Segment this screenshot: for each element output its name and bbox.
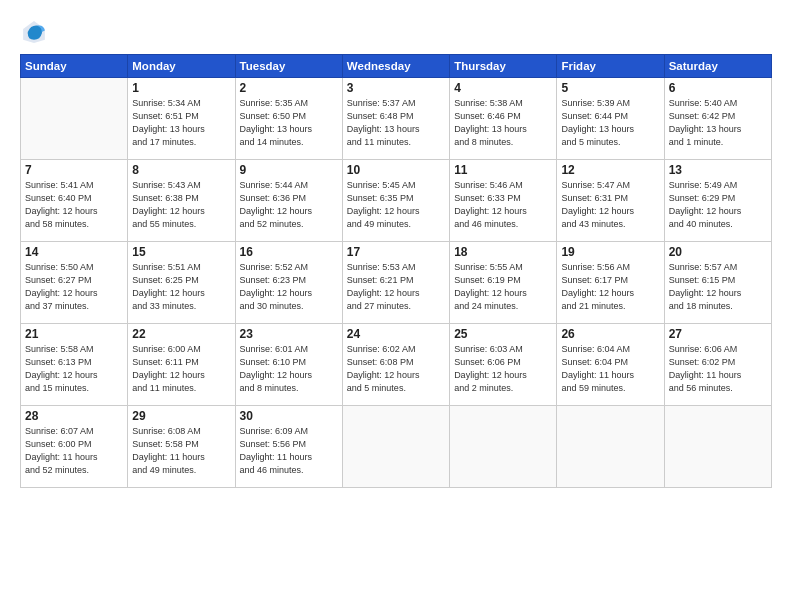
day-number: 23 <box>240 327 338 341</box>
calendar-cell: 29Sunrise: 6:08 AM Sunset: 5:58 PM Dayli… <box>128 406 235 488</box>
calendar-table: SundayMondayTuesdayWednesdayThursdayFrid… <box>20 54 772 488</box>
day-info: Sunrise: 5:35 AM Sunset: 6:50 PM Dayligh… <box>240 97 338 149</box>
day-info: Sunrise: 5:40 AM Sunset: 6:42 PM Dayligh… <box>669 97 767 149</box>
day-number: 7 <box>25 163 123 177</box>
calendar-cell: 17Sunrise: 5:53 AM Sunset: 6:21 PM Dayli… <box>342 242 449 324</box>
day-info: Sunrise: 5:39 AM Sunset: 6:44 PM Dayligh… <box>561 97 659 149</box>
calendar-cell: 7Sunrise: 5:41 AM Sunset: 6:40 PM Daylig… <box>21 160 128 242</box>
calendar-cell: 19Sunrise: 5:56 AM Sunset: 6:17 PM Dayli… <box>557 242 664 324</box>
day-number: 20 <box>669 245 767 259</box>
weekday-header-tuesday: Tuesday <box>235 55 342 78</box>
day-info: Sunrise: 5:53 AM Sunset: 6:21 PM Dayligh… <box>347 261 445 313</box>
week-row-2: 7Sunrise: 5:41 AM Sunset: 6:40 PM Daylig… <box>21 160 772 242</box>
calendar-cell: 22Sunrise: 6:00 AM Sunset: 6:11 PM Dayli… <box>128 324 235 406</box>
calendar-cell: 26Sunrise: 6:04 AM Sunset: 6:04 PM Dayli… <box>557 324 664 406</box>
day-info: Sunrise: 5:52 AM Sunset: 6:23 PM Dayligh… <box>240 261 338 313</box>
day-info: Sunrise: 6:08 AM Sunset: 5:58 PM Dayligh… <box>132 425 230 477</box>
day-info: Sunrise: 5:34 AM Sunset: 6:51 PM Dayligh… <box>132 97 230 149</box>
day-number: 14 <box>25 245 123 259</box>
calendar-cell: 23Sunrise: 6:01 AM Sunset: 6:10 PM Dayli… <box>235 324 342 406</box>
day-info: Sunrise: 6:00 AM Sunset: 6:11 PM Dayligh… <box>132 343 230 395</box>
day-info: Sunrise: 5:49 AM Sunset: 6:29 PM Dayligh… <box>669 179 767 231</box>
day-number: 10 <box>347 163 445 177</box>
calendar-cell <box>664 406 771 488</box>
day-number: 6 <box>669 81 767 95</box>
calendar-cell: 5Sunrise: 5:39 AM Sunset: 6:44 PM Daylig… <box>557 78 664 160</box>
calendar-cell <box>450 406 557 488</box>
day-info: Sunrise: 5:47 AM Sunset: 6:31 PM Dayligh… <box>561 179 659 231</box>
day-number: 22 <box>132 327 230 341</box>
day-info: Sunrise: 5:56 AM Sunset: 6:17 PM Dayligh… <box>561 261 659 313</box>
day-number: 17 <box>347 245 445 259</box>
day-info: Sunrise: 6:06 AM Sunset: 6:02 PM Dayligh… <box>669 343 767 395</box>
calendar-cell: 20Sunrise: 5:57 AM Sunset: 6:15 PM Dayli… <box>664 242 771 324</box>
day-number: 29 <box>132 409 230 423</box>
weekday-header-friday: Friday <box>557 55 664 78</box>
weekday-header-row: SundayMondayTuesdayWednesdayThursdayFrid… <box>21 55 772 78</box>
weekday-header-saturday: Saturday <box>664 55 771 78</box>
day-number: 27 <box>669 327 767 341</box>
calendar-cell: 27Sunrise: 6:06 AM Sunset: 6:02 PM Dayli… <box>664 324 771 406</box>
day-info: Sunrise: 6:07 AM Sunset: 6:00 PM Dayligh… <box>25 425 123 477</box>
calendar-cell: 24Sunrise: 6:02 AM Sunset: 6:08 PM Dayli… <box>342 324 449 406</box>
day-info: Sunrise: 6:01 AM Sunset: 6:10 PM Dayligh… <box>240 343 338 395</box>
weekday-header-monday: Monday <box>128 55 235 78</box>
calendar-cell: 15Sunrise: 5:51 AM Sunset: 6:25 PM Dayli… <box>128 242 235 324</box>
day-number: 26 <box>561 327 659 341</box>
calendar-cell: 30Sunrise: 6:09 AM Sunset: 5:56 PM Dayli… <box>235 406 342 488</box>
day-info: Sunrise: 5:44 AM Sunset: 6:36 PM Dayligh… <box>240 179 338 231</box>
day-info: Sunrise: 5:41 AM Sunset: 6:40 PM Dayligh… <box>25 179 123 231</box>
day-info: Sunrise: 5:43 AM Sunset: 6:38 PM Dayligh… <box>132 179 230 231</box>
calendar-cell <box>557 406 664 488</box>
calendar-cell: 8Sunrise: 5:43 AM Sunset: 6:38 PM Daylig… <box>128 160 235 242</box>
day-info: Sunrise: 6:04 AM Sunset: 6:04 PM Dayligh… <box>561 343 659 395</box>
day-info: Sunrise: 5:50 AM Sunset: 6:27 PM Dayligh… <box>25 261 123 313</box>
day-info: Sunrise: 6:09 AM Sunset: 5:56 PM Dayligh… <box>240 425 338 477</box>
day-info: Sunrise: 6:02 AM Sunset: 6:08 PM Dayligh… <box>347 343 445 395</box>
week-row-3: 14Sunrise: 5:50 AM Sunset: 6:27 PM Dayli… <box>21 242 772 324</box>
day-info: Sunrise: 5:45 AM Sunset: 6:35 PM Dayligh… <box>347 179 445 231</box>
day-number: 19 <box>561 245 659 259</box>
calendar-cell: 12Sunrise: 5:47 AM Sunset: 6:31 PM Dayli… <box>557 160 664 242</box>
day-number: 21 <box>25 327 123 341</box>
day-info: Sunrise: 5:57 AM Sunset: 6:15 PM Dayligh… <box>669 261 767 313</box>
week-row-5: 28Sunrise: 6:07 AM Sunset: 6:00 PM Dayli… <box>21 406 772 488</box>
day-number: 15 <box>132 245 230 259</box>
day-number: 8 <box>132 163 230 177</box>
day-info: Sunrise: 5:58 AM Sunset: 6:13 PM Dayligh… <box>25 343 123 395</box>
calendar-cell: 10Sunrise: 5:45 AM Sunset: 6:35 PM Dayli… <box>342 160 449 242</box>
day-info: Sunrise: 5:37 AM Sunset: 6:48 PM Dayligh… <box>347 97 445 149</box>
page: SundayMondayTuesdayWednesdayThursdayFrid… <box>0 0 792 612</box>
day-number: 18 <box>454 245 552 259</box>
day-number: 11 <box>454 163 552 177</box>
day-number: 5 <box>561 81 659 95</box>
day-number: 9 <box>240 163 338 177</box>
day-number: 3 <box>347 81 445 95</box>
calendar-cell: 1Sunrise: 5:34 AM Sunset: 6:51 PM Daylig… <box>128 78 235 160</box>
day-number: 16 <box>240 245 338 259</box>
calendar-cell: 16Sunrise: 5:52 AM Sunset: 6:23 PM Dayli… <box>235 242 342 324</box>
weekday-header-wednesday: Wednesday <box>342 55 449 78</box>
day-info: Sunrise: 5:51 AM Sunset: 6:25 PM Dayligh… <box>132 261 230 313</box>
header <box>20 18 772 46</box>
weekday-header-sunday: Sunday <box>21 55 128 78</box>
calendar-cell: 11Sunrise: 5:46 AM Sunset: 6:33 PM Dayli… <box>450 160 557 242</box>
calendar-cell: 28Sunrise: 6:07 AM Sunset: 6:00 PM Dayli… <box>21 406 128 488</box>
calendar-cell: 6Sunrise: 5:40 AM Sunset: 6:42 PM Daylig… <box>664 78 771 160</box>
day-info: Sunrise: 5:38 AM Sunset: 6:46 PM Dayligh… <box>454 97 552 149</box>
day-number: 25 <box>454 327 552 341</box>
day-number: 24 <box>347 327 445 341</box>
logo-icon <box>20 18 48 46</box>
calendar-cell: 4Sunrise: 5:38 AM Sunset: 6:46 PM Daylig… <box>450 78 557 160</box>
week-row-1: 1Sunrise: 5:34 AM Sunset: 6:51 PM Daylig… <box>21 78 772 160</box>
calendar-cell: 21Sunrise: 5:58 AM Sunset: 6:13 PM Dayli… <box>21 324 128 406</box>
calendar-cell <box>21 78 128 160</box>
day-number: 28 <box>25 409 123 423</box>
week-row-4: 21Sunrise: 5:58 AM Sunset: 6:13 PM Dayli… <box>21 324 772 406</box>
day-number: 2 <box>240 81 338 95</box>
day-number: 12 <box>561 163 659 177</box>
calendar-cell: 13Sunrise: 5:49 AM Sunset: 6:29 PM Dayli… <box>664 160 771 242</box>
day-number: 4 <box>454 81 552 95</box>
day-number: 13 <box>669 163 767 177</box>
calendar-cell <box>342 406 449 488</box>
